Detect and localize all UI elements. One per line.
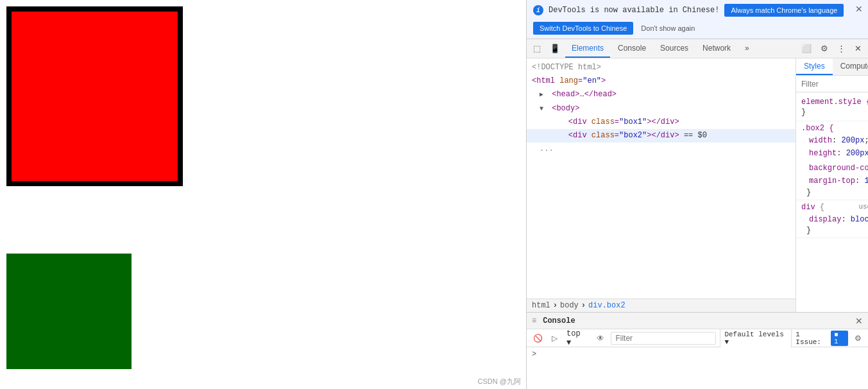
css-prop-height: height: 200px; [801,147,868,160]
devtools-toolbar: ⬚ 📱 Elements Console Sources Network » ⬜… [527,39,868,58]
device-toolbar-button[interactable]: 📱 [546,41,564,56]
elements-left: <!DOCTYPE html> <html lang="en"> ▶ <head… [527,58,796,312]
console-panel: ≡ Console ✕ 🚫 ▷ top ▼ 👁 Default levels ▼… [527,312,868,389]
console-filter-input[interactable] [611,332,716,345]
elements-html[interactable]: <!DOCTYPE html> <html lang="en"> ▶ <head… [527,58,796,298]
console-context[interactable]: top ▼ [564,329,590,347]
html-div-box2: <div class="box2"></div> == $0 [527,129,796,143]
toolbar-right: ⬜ ⚙ ⋮ ✕ [797,41,865,56]
breadcrumb-body[interactable]: body [560,301,579,310]
elements-right: Styles Computed Layout Event Listeners D… [796,58,868,312]
switch-devtools-button[interactable]: Switch DevTools to Chinese [533,22,633,35]
css-rule-close-3: } [801,226,868,235]
dont-show-button[interactable]: Don't show again [638,22,697,35]
filter-bar: :hov .cls + ⬜ [796,76,868,92]
inspect-button[interactable]: ⬚ [529,41,545,56]
console-clear-button[interactable]: 🚫 [531,333,545,344]
html-head: ▶ <head>…</head> [527,88,796,101]
tab-styles[interactable]: Styles [796,58,833,75]
styles-panel: :hov .cls + ⬜ element.style { } [796,76,868,312]
style-tabs: Styles Computed Layout Event Listeners D… [796,58,868,76]
match-language-button[interactable]: Always match Chrome's language [724,4,844,17]
console-expand-icon: ≡ [532,316,536,325]
console-prompt[interactable]: > [532,350,536,359]
red-box [6,6,183,186]
css-rule-box2: .box2 { html5.html:16 width: 200px; heig… [796,121,868,200]
notification-bar: i DevTools is now available in Chinese! … [527,0,868,39]
css-rule-close-1: } [801,108,868,117]
console-eye-button[interactable]: 👁 [594,333,607,344]
css-rule-close-2: } [801,188,868,197]
tab-computed[interactable]: Computed [833,58,868,75]
green-box [6,254,132,369]
css-prop-width: width: 200px; [801,134,868,147]
notification-close-button[interactable]: ✕ [855,4,863,14]
settings-button[interactable]: ⚙ [817,41,832,56]
devtools-panel: i DevTools is now available in Chinese! … [526,0,868,389]
tab-more[interactable]: » [738,39,756,58]
default-levels-dropdown[interactable]: Default levels ▼ [720,329,792,348]
devtools-main: <!DOCTYPE html> <html lang="en"> ▶ <head… [527,58,868,312]
breadcrumb: html › body › div.box2 [527,298,796,312]
console-header: ≡ Console ✕ [527,313,868,329]
css-prop-bg-color: background-color: green; [801,160,868,175]
issue-badge: ■ 1 [831,331,848,346]
watermark: CSDN @九阿 [478,377,521,386]
webpage-preview: CSDN @九阿 [0,0,526,389]
html-body: ▼ <body> [527,102,796,116]
close-devtools-button[interactable]: ✕ [851,41,865,56]
issue-count-label: 1 Issue: [796,331,827,346]
console-settings-button[interactable]: ⚙ [852,333,864,344]
css-rules[interactable]: element.style { } .box2 { html5.html:16 [796,92,868,312]
more-options-button[interactable]: ⋮ [833,41,849,56]
css-prop-margin-top: margin-top: 100px; [801,175,868,187]
css-rule-div: div { user agent stylesheet display: blo… [796,200,868,238]
css-rule-element-style: element.style { } [796,95,868,121]
tab-elements[interactable]: Elements [565,39,610,58]
css-selector-box2: .box2 { html5.html:16 [801,124,868,133]
css-prop-display: display: block; [801,213,868,226]
html-doctype: <!DOCTYPE html> [527,61,796,74]
html-div-box1: <div class="box1"></div> [527,116,796,129]
notification-text: DevTools is now available in Chinese! [549,6,719,15]
styles-left: :hov .cls + ⬜ element.style { } [796,76,868,312]
html-tag: <html lang="en"> [527,74,796,88]
dock-button[interactable]: ⬜ [797,41,815,56]
filter-input[interactable] [801,80,868,89]
tab-sources[interactable]: Sources [654,39,695,58]
breadcrumb-div-box2[interactable]: div.box2 [588,301,625,310]
tab-network[interactable]: Network [696,39,737,58]
html-ellipsis: ... [527,143,796,156]
tab-console[interactable]: Console [611,39,652,58]
css-selector-div: div { user agent stylesheet [801,203,868,212]
css-selector-element-style: element.style { [801,98,868,107]
breadcrumb-html[interactable]: html [532,301,550,310]
console-toolbar: 🚫 ▷ top ▼ 👁 Default levels ▼ 1 Issue: ■ … [527,329,868,347]
console-run-button[interactable]: ▷ [549,333,560,344]
info-icon: i [533,5,543,15]
console-content: > [527,347,868,389]
console-close-button[interactable]: ✕ [855,316,863,326]
console-title: Console [543,316,575,325]
